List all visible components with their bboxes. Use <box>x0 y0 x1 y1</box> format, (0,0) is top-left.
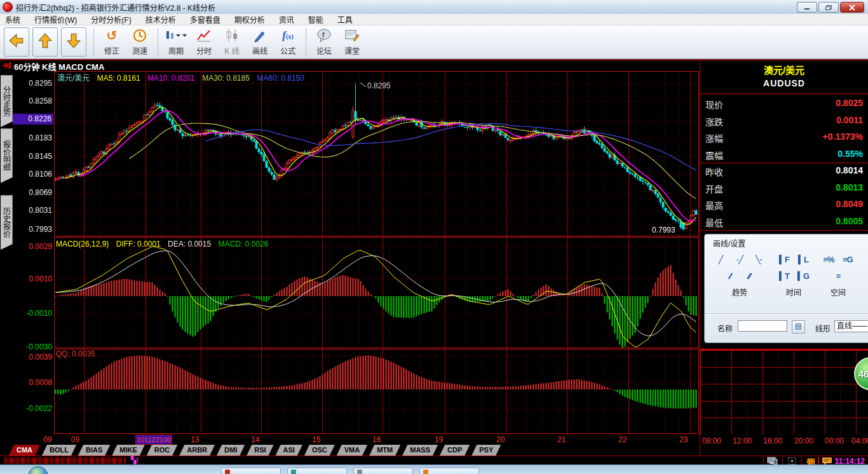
indicator-tab-bias[interactable]: BIAS <box>78 445 110 456</box>
indicator-tab-mass[interactable]: MASS <box>402 445 438 456</box>
time-g-icon[interactable]: ▍G <box>796 269 811 283</box>
gann-lines-icon[interactable]: ≡G <box>840 252 855 266</box>
side-tab-分时走势[interactable]: 分时走势 <box>1 75 13 127</box>
quote-label: 涨幅 <box>705 132 723 144</box>
arrow-left-button[interactable] <box>4 27 29 57</box>
quote-label: 涨跌 <box>705 115 723 128</box>
menu-item[interactable]: 智能 <box>308 14 323 25</box>
time-axis-label: 20 <box>496 435 505 444</box>
low-annotation: 0.7993 <box>652 226 675 234</box>
indicator-tab-mtm[interactable]: MTM <box>369 445 400 456</box>
quote-value: 0.8025 <box>836 98 863 108</box>
toolbar-button-undo[interactable]: ↺修正 <box>98 27 125 58</box>
line-style-label: 线形 <box>815 323 831 334</box>
toolbar-button-timeline[interactable]: 分时 <box>191 27 217 58</box>
menu-item[interactable]: 行情报价(W) <box>34 14 77 25</box>
indicator-tab-asi[interactable]: ASI <box>276 445 302 456</box>
minimize-button[interactable] <box>797 2 817 13</box>
app-logo-icon <box>3 2 13 12</box>
menu-item[interactable]: 技术分析 <box>146 14 176 25</box>
qq-axis-label: -0.0022 <box>13 404 52 413</box>
taskbar-app-button[interactable] <box>419 468 479 474</box>
app-icon <box>291 470 296 474</box>
quote-label: 最高 <box>705 199 723 212</box>
time-f-icon[interactable]: ▍F <box>776 252 792 266</box>
price-axis-label: 0.8145 <box>13 152 52 161</box>
horizontal-lines-icon[interactable]: ≡ <box>831 269 846 283</box>
indicator-tab-bar: CMABOLLBIASMIKEROCARBRDMIRSIASIOSCVMAMTM… <box>9 445 501 456</box>
draw-line-dialog[interactable]: 画线/设置 ╱·╱╲·∕∕∕∕∕趋势▍F▍L▍T▍G时间≡%≡G≡空间□◎▦○ … <box>704 234 868 343</box>
windows-taskbar[interactable] <box>0 464 868 474</box>
line-style-select[interactable]: 直线—— <box>834 320 868 332</box>
name-label: 名称 <box>717 323 733 334</box>
percent-lines-icon[interactable]: ≡% <box>821 252 836 266</box>
tool-group-label: 趋势 <box>732 287 747 297</box>
macd-legend: MACD(26,12,9) DIFF: 0.0001 DEA: 0.0015 M… <box>56 240 273 248</box>
indicator-tab-osc[interactable]: OSC <box>304 445 335 456</box>
indicator-tab-roc[interactable]: ROC <box>147 445 177 456</box>
parallel-lines-icon[interactable]: ∕∕ <box>722 269 738 283</box>
indicator-tab-vma[interactable]: VMA <box>337 445 367 456</box>
rectangle-tool-icon[interactable]: □ <box>865 252 868 266</box>
quote-row-现价: 现价0.8025 <box>700 95 868 112</box>
indicator-tab-cma[interactable]: CMA <box>9 445 40 456</box>
qq-legend: QQ: 0.0035 <box>56 349 95 358</box>
menu-item[interactable]: 期权分析 <box>234 14 265 25</box>
indicator-tab-rsi[interactable]: RSI <box>247 445 273 456</box>
toolbar-button-kline[interactable]: K 线 <box>219 27 245 58</box>
arrow-down-button[interactable] <box>61 27 86 57</box>
fan-lines-icon[interactable]: ∕∕∕ <box>742 269 757 283</box>
menu-item[interactable]: 系统 <box>5 14 20 25</box>
time-axis-label: 15 <box>312 435 320 444</box>
time-t-icon[interactable]: ▍T <box>776 269 792 283</box>
toolbar-button-forum[interactable]: t论坛 <box>311 27 337 58</box>
quote-row-涨幅: 涨幅+0.1373% <box>700 129 868 146</box>
indicator-tab-mike[interactable]: MIKE <box>112 445 145 456</box>
trendline-icon[interactable]: ╱ <box>713 252 728 266</box>
taskbar-app-button[interactable] <box>287 468 347 474</box>
twopoint-line-icon[interactable]: ╲· <box>751 252 766 266</box>
close-button[interactable] <box>840 2 864 13</box>
taskbar-app-button[interactable] <box>221 468 281 474</box>
side-tab-报价明细[interactable]: 报价明细 <box>1 128 13 183</box>
side-tab-历史报价[interactable]: 历史报价 <box>1 195 13 250</box>
app-icon <box>225 470 230 474</box>
menu-item[interactable]: 工具 <box>337 14 353 25</box>
menu-item[interactable]: 分时分析(F) <box>91 14 131 25</box>
restore-button[interactable] <box>818 2 839 13</box>
menu-item[interactable]: 资讯 <box>279 14 294 25</box>
toolbar-label: 分时 <box>196 45 212 56</box>
indicator-tab-boll[interactable]: BOLL <box>42 445 76 456</box>
indicator-tab-dmi[interactable]: DMI <box>217 445 245 456</box>
kline-macd-chart[interactable] <box>54 71 699 435</box>
qq-axis-label: 0.0008 <box>13 378 52 387</box>
segment-icon[interactable]: ·╱ <box>732 252 747 266</box>
menu-item[interactable]: 多窗看盘 <box>190 14 220 25</box>
time-l-icon[interactable]: ▍L <box>796 252 811 266</box>
app-icon <box>357 470 362 474</box>
indicator-tab-cdp[interactable]: CDP <box>440 445 470 456</box>
toolbar-button-formula[interactable]: f(x)公式 <box>275 27 301 58</box>
time-axis-label: 09 <box>71 435 79 444</box>
name-input[interactable] <box>738 320 787 332</box>
toolbar-button-classroom[interactable]: 课堂 <box>339 27 365 58</box>
toolbar-button-pencil[interactable]: 画线 <box>247 27 273 58</box>
title-bar[interactable]: 招行外汇2(fxhq2) - 招商银行外汇通行情分析V2.8 - K线分析 <box>0 0 868 15</box>
start-button[interactable] <box>28 466 48 474</box>
taskbar-app-button[interactable] <box>353 468 413 474</box>
indicator-tab-psy[interactable]: PSY <box>471 445 501 456</box>
toolbar-button-period[interactable]: 周期 <box>163 27 189 58</box>
price-axis-label: 0.8183 <box>13 133 52 142</box>
clock-axis-label: 08:00 <box>702 437 721 445</box>
clock-axis-label: 04:00 <box>851 437 868 445</box>
dialog-footer: 名称 ▤ 线形 直线—— <box>705 313 868 343</box>
toolbar-label: 测速 <box>132 45 147 56</box>
time-axis-label: 21 <box>557 435 566 444</box>
minimize-icon <box>803 4 811 10</box>
time-axis-label: 14 <box>251 435 259 444</box>
arrow-up-button[interactable] <box>32 27 58 57</box>
grid-tool-icon[interactable]: ▦ <box>865 269 868 283</box>
note-button[interactable]: ▤ <box>792 320 805 334</box>
toolbar-button-clock[interactable]: 测速 <box>126 27 153 58</box>
indicator-tab-arbr[interactable]: ARBR <box>179 445 215 456</box>
